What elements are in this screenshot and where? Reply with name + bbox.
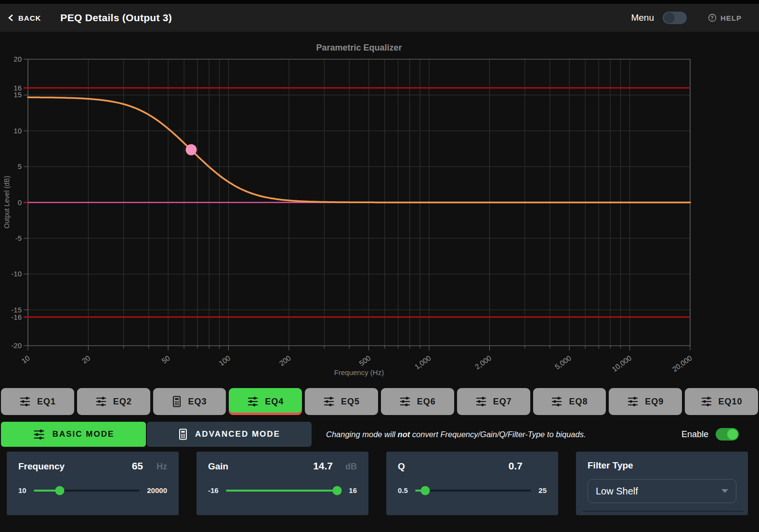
parametric-eq-chart: Parametric Equalizer 1020501002005001,00… bbox=[0, 32, 759, 388]
back-chevron-icon bbox=[8, 14, 14, 22]
back-label: BACK bbox=[18, 14, 41, 22]
eq-tab-eq3[interactable]: EQ3 bbox=[153, 388, 226, 415]
advanced-mode-button[interactable]: ADVANCED MODE bbox=[147, 422, 312, 447]
svg-text:100: 100 bbox=[217, 354, 232, 367]
header-right: Menu ? HELP bbox=[631, 12, 742, 24]
help-label: HELP bbox=[720, 14, 742, 22]
frequency-value: 65 bbox=[132, 460, 143, 472]
mode-row: BASIC MODE ADVANCED MODE Changing mode w… bbox=[0, 422, 759, 447]
svg-text:5: 5 bbox=[18, 162, 22, 170]
eq-tab-eq4[interactable]: EQ4 bbox=[229, 388, 302, 415]
y-axis-label: Output Level (dB) bbox=[3, 176, 11, 229]
eq-tab-label: EQ2 bbox=[113, 397, 132, 407]
sliders-icon bbox=[551, 396, 563, 407]
svg-text:0: 0 bbox=[18, 198, 22, 207]
eq-tab-eq1[interactable]: EQ1 bbox=[1, 388, 74, 415]
x-axis-label: Frequency (Hz) bbox=[28, 368, 690, 376]
q-value: 0.7 bbox=[509, 460, 523, 472]
gain-max-label: 16 bbox=[349, 486, 357, 494]
filter-card-divider bbox=[583, 511, 744, 512]
q-label: Q bbox=[398, 461, 405, 472]
svg-text:200: 200 bbox=[277, 354, 292, 367]
svg-text:-10: -10 bbox=[11, 270, 22, 278]
enable-label: Enable bbox=[681, 429, 708, 440]
header: BACK PEQ Details (Output 3) Menu ? HELP bbox=[0, 4, 759, 32]
gain-slider-fill bbox=[226, 490, 337, 492]
filter-type-value: Low Shelf bbox=[596, 486, 638, 497]
sliders-icon bbox=[701, 396, 712, 407]
filter-type-label: Filter Type bbox=[588, 460, 633, 471]
eq-tab-label: EQ4 bbox=[265, 397, 284, 407]
q-min-label: 0.5 bbox=[398, 486, 408, 494]
svg-text:15: 15 bbox=[13, 91, 22, 99]
filter-type-select[interactable]: Low Shelf bbox=[588, 479, 736, 503]
svg-text:?: ? bbox=[710, 15, 714, 21]
svg-text:-5: -5 bbox=[15, 234, 22, 242]
gain-unit: dB bbox=[333, 462, 357, 472]
eq-band-tabs: EQ1 EQ2 EQ3 EQ4 EQ5 EQ6 EQ7 EQ8 EQ9 EQ10 bbox=[0, 388, 759, 415]
frequency-slider-thumb[interactable] bbox=[55, 486, 65, 495]
eq-tab-label: EQ7 bbox=[493, 397, 512, 407]
top-strip bbox=[0, 0, 759, 4]
eq-tab-eq6[interactable]: EQ6 bbox=[381, 388, 454, 415]
frequency-max-label: 20000 bbox=[147, 486, 167, 494]
gain-card: Gain 14.7 dB -16 16 bbox=[196, 452, 368, 515]
enable-toggle[interactable] bbox=[716, 428, 739, 441]
svg-text:20: 20 bbox=[80, 354, 92, 365]
menu-toggle[interactable] bbox=[663, 12, 687, 24]
eq-tab-eq8[interactable]: EQ8 bbox=[533, 388, 606, 415]
eq-band-handle[interactable] bbox=[185, 144, 196, 156]
frequency-card: Frequency 65 Hz 10 20000 bbox=[7, 452, 179, 515]
enable-toggle-knob bbox=[727, 429, 738, 440]
help-icon: ? bbox=[708, 13, 717, 22]
svg-text:50: 50 bbox=[160, 354, 171, 365]
q-max-label: 25 bbox=[538, 486, 547, 494]
calculator-icon bbox=[178, 428, 188, 440]
q-card: Q 0.7 0.5 25 bbox=[386, 452, 558, 515]
sliders-icon bbox=[475, 396, 487, 407]
frequency-min-label: 10 bbox=[18, 486, 26, 494]
basic-mode-button[interactable]: BASIC MODE bbox=[1, 422, 146, 447]
gain-slider[interactable] bbox=[226, 490, 342, 492]
help-button[interactable]: ? HELP bbox=[708, 13, 742, 22]
mode-warning: Changing mode will not convert Frequency… bbox=[326, 430, 586, 439]
q-slider-thumb[interactable] bbox=[420, 486, 430, 495]
eq-tab-eq9[interactable]: EQ9 bbox=[609, 388, 682, 415]
peq-details-screen: BACK PEQ Details (Output 3) Menu ? HELP … bbox=[0, 0, 759, 532]
page-title: PEQ Details (Output 3) bbox=[60, 12, 172, 24]
eq-response-plot: 1020501002005001,0002,0005,00010,00020,0… bbox=[0, 32, 759, 388]
eq-tab-eq5[interactable]: EQ5 bbox=[305, 388, 378, 415]
eq-tab-eq10[interactable]: EQ10 bbox=[685, 388, 758, 415]
svg-text:-20: -20 bbox=[11, 341, 22, 350]
sliders-icon bbox=[19, 396, 31, 407]
enable-group: Enable bbox=[681, 428, 739, 441]
svg-text:-16: -16 bbox=[11, 313, 22, 321]
x-axis-ticks bbox=[28, 346, 690, 350]
back-button[interactable]: BACK bbox=[8, 14, 41, 22]
eq-response-curve bbox=[28, 97, 690, 202]
svg-text:500: 500 bbox=[357, 354, 372, 367]
svg-text:20: 20 bbox=[13, 55, 22, 63]
menu-label: Menu bbox=[631, 13, 654, 23]
q-slider[interactable] bbox=[415, 490, 531, 492]
gain-slider-thumb[interactable] bbox=[332, 486, 341, 495]
frequency-slider[interactable] bbox=[34, 490, 140, 492]
eq-tab-label: EQ6 bbox=[417, 397, 436, 407]
eq-tab-label: EQ10 bbox=[719, 397, 743, 407]
frequency-unit: Hz bbox=[143, 462, 167, 472]
frequency-label: Frequency bbox=[18, 461, 65, 472]
eq-tab-eq2[interactable]: EQ2 bbox=[77, 388, 150, 415]
advanced-mode-label: ADVANCED MODE bbox=[195, 429, 280, 439]
sliders-icon bbox=[247, 396, 259, 407]
sliders-icon bbox=[323, 396, 335, 407]
gain-label: Gain bbox=[208, 461, 228, 472]
eq-tab-label: EQ5 bbox=[341, 397, 360, 407]
y-axis-ticks: 2016151050-5-10-15-16-20 bbox=[11, 55, 28, 350]
svg-text:10: 10 bbox=[13, 127, 22, 135]
filter-type-card: Filter Type Low Shelf bbox=[576, 452, 748, 515]
gain-min-label: -16 bbox=[208, 486, 219, 494]
basic-mode-label: BASIC MODE bbox=[52, 429, 115, 439]
eq-tab-eq7[interactable]: EQ7 bbox=[457, 388, 530, 415]
sliders-icon bbox=[399, 396, 411, 407]
eq-tab-label: EQ9 bbox=[645, 397, 664, 407]
